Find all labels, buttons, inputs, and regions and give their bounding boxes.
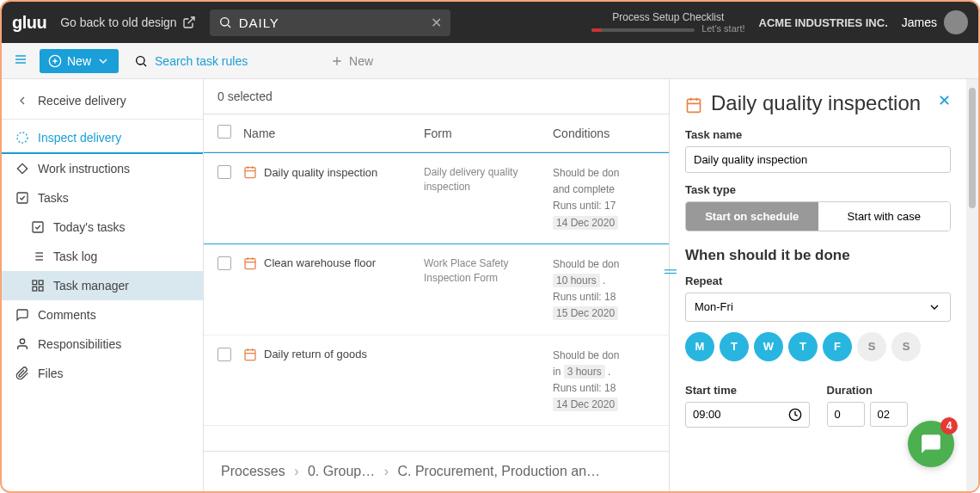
sidebar-item-label: Responsibilities bbox=[38, 337, 121, 351]
sidebar-item-label: Task manager bbox=[53, 279, 129, 293]
svg-rect-32 bbox=[245, 258, 255, 268]
search-task-rules[interactable] bbox=[126, 49, 315, 73]
task-type-label: Task type bbox=[685, 183, 951, 196]
global-search[interactable]: ✕ bbox=[210, 9, 450, 36]
chat-button[interactable]: 4 bbox=[908, 421, 954, 467]
svg-line-10 bbox=[144, 64, 146, 66]
chat-icon bbox=[920, 433, 942, 455]
sidebar-back[interactable]: Receive delivery bbox=[2, 86, 203, 115]
new-label: New bbox=[67, 54, 91, 68]
day-toggle[interactable]: T bbox=[788, 332, 818, 361]
repeat-value: Mon-Fri bbox=[695, 300, 733, 313]
repeat-select[interactable]: Mon-Fri bbox=[685, 293, 951, 322]
row-checkbox[interactable] bbox=[217, 165, 231, 179]
sidebar-item-tasks[interactable]: Tasks bbox=[2, 183, 203, 213]
user-menu[interactable]: James bbox=[902, 10, 968, 34]
list-icon bbox=[31, 250, 45, 263]
global-search-input[interactable] bbox=[239, 15, 424, 30]
old-design-link[interactable]: Go back to old design bbox=[60, 15, 195, 29]
sidebar-item-responsibilities[interactable]: Responsibilities bbox=[2, 330, 203, 359]
comment-icon bbox=[15, 308, 29, 322]
svg-rect-16 bbox=[33, 222, 43, 232]
day-toggle[interactable]: M bbox=[685, 332, 714, 361]
duration-hours-input[interactable]: 0 bbox=[827, 402, 865, 427]
crumb[interactable]: 0. Group… bbox=[308, 464, 375, 478]
crumb[interactable]: Processes bbox=[221, 464, 285, 478]
svg-rect-26 bbox=[39, 287, 43, 291]
svg-rect-25 bbox=[33, 287, 37, 291]
plus-new-label: New bbox=[349, 54, 373, 68]
sidebar-item-todays-tasks[interactable]: Today's tasks bbox=[2, 213, 203, 242]
start-time-label: Start time bbox=[685, 384, 810, 397]
svg-rect-36 bbox=[245, 349, 255, 360]
crumb[interactable]: C. Procurement, Production an… bbox=[397, 464, 600, 478]
chevron-down-icon bbox=[928, 300, 941, 314]
checklist-cta: Let's start! bbox=[701, 23, 744, 34]
col-name[interactable]: Name bbox=[243, 126, 424, 140]
old-design-label: Go back to old design bbox=[60, 15, 176, 29]
row-form: Work Place Safety Inspection Form bbox=[424, 256, 553, 286]
sidebar-active[interactable]: Inspect delivery bbox=[2, 123, 203, 154]
plus-new-button[interactable]: New bbox=[322, 49, 382, 73]
row-name: Daily quality inspection bbox=[264, 166, 377, 179]
menu-icon bbox=[14, 52, 28, 66]
new-button[interactable]: New bbox=[40, 49, 119, 73]
row-form: Daily delivery quality inspection bbox=[424, 165, 553, 194]
chevron-left-icon bbox=[15, 94, 29, 108]
clear-search-icon[interactable]: ✕ bbox=[431, 15, 442, 31]
diamond-icon bbox=[15, 162, 29, 176]
external-link-icon bbox=[182, 15, 196, 29]
select-all-checkbox[interactable] bbox=[217, 125, 231, 139]
day-toggle[interactable]: F bbox=[823, 332, 852, 361]
row-checkbox[interactable] bbox=[217, 256, 231, 270]
resize-handle[interactable]: || bbox=[665, 268, 678, 274]
check-square-icon bbox=[15, 191, 29, 205]
avatar bbox=[944, 10, 968, 34]
type-case-button[interactable]: Start with case bbox=[818, 202, 951, 231]
duration-minutes-input[interactable]: 02 bbox=[870, 402, 908, 427]
toolbar: New New bbox=[2, 43, 978, 79]
day-toggle[interactable]: S bbox=[857, 332, 886, 361]
svg-point-27 bbox=[20, 339, 24, 343]
svg-rect-15 bbox=[17, 193, 28, 203]
task-name-input[interactable] bbox=[685, 146, 951, 173]
company-name: ACME INDUSTRIES INC. bbox=[759, 16, 888, 29]
logo: gluu bbox=[12, 13, 46, 33]
sidebar-item-task-manager[interactable]: Task manager bbox=[2, 271, 203, 300]
duration-label: Duration bbox=[827, 384, 952, 397]
scrollbar-thumb[interactable] bbox=[969, 88, 976, 208]
day-toggle[interactable]: T bbox=[720, 332, 749, 361]
col-form[interactable]: Form bbox=[424, 126, 553, 140]
sidebar-item-label: Tasks bbox=[38, 191, 69, 205]
setup-checklist[interactable]: Process Setup Checklist Let's start! bbox=[591, 11, 744, 34]
svg-line-2 bbox=[228, 25, 230, 28]
row-checkbox[interactable] bbox=[217, 348, 231, 361]
svg-rect-24 bbox=[39, 280, 43, 285]
task-type-toggle: Start on schedule Start with case bbox=[685, 201, 951, 231]
svg-line-0 bbox=[187, 17, 193, 23]
svg-point-9 bbox=[137, 56, 144, 64]
sidebar-item-task-log[interactable]: Task log bbox=[2, 242, 203, 271]
sidebar-item-label: Files bbox=[38, 367, 64, 380]
scrollbar[interactable] bbox=[966, 79, 978, 491]
svg-rect-40 bbox=[688, 99, 701, 112]
sidebar-item-files[interactable]: Files bbox=[2, 359, 203, 388]
panel-title: Daily quality inspection bbox=[711, 91, 929, 116]
sidebar-item-work-instructions[interactable]: Work instructions bbox=[2, 154, 203, 183]
search-icon bbox=[134, 54, 148, 68]
grid-icon bbox=[31, 279, 45, 293]
close-panel-button[interactable]: ✕ bbox=[938, 91, 951, 110]
search-rules-input[interactable] bbox=[155, 54, 306, 68]
checklist-title: Process Setup Checklist bbox=[591, 11, 744, 23]
start-time-input[interactable]: 09:00 bbox=[685, 402, 810, 428]
row-name: Daily return of goods bbox=[264, 348, 367, 361]
sidebar-item-label: Comments bbox=[38, 308, 96, 322]
type-schedule-button[interactable]: Start on schedule bbox=[686, 202, 818, 231]
day-toggle[interactable]: S bbox=[891, 332, 921, 361]
menu-button[interactable] bbox=[9, 47, 33, 75]
chevron-down-icon bbox=[96, 54, 110, 68]
sidebar-active-label: Inspect delivery bbox=[38, 131, 121, 145]
day-toggle[interactable]: W bbox=[754, 332, 783, 361]
sidebar-item-comments[interactable]: Comments bbox=[2, 300, 203, 330]
topbar: gluu Go back to old design ✕ Process Set… bbox=[2, 2, 978, 43]
